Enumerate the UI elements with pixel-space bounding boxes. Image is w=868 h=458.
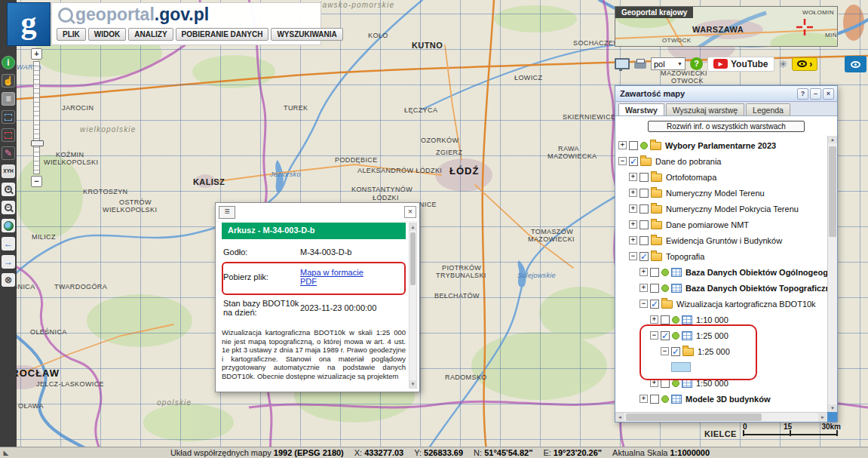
tab-wyszukaj-warstwę[interactable]: Wyszukaj warstwę	[666, 103, 744, 115]
layer-row[interactable]	[615, 359, 837, 375]
globe-tool[interactable]	[2, 219, 15, 232]
layer-checkbox[interactable]	[639, 252, 649, 261]
settings-asterisk-icon[interactable]: ✳	[779, 58, 788, 70]
close-session-tool[interactable]: ⊗	[2, 273, 15, 287]
expander-plus-icon[interactable]: +	[639, 395, 648, 403]
zoom-in-tool[interactable]: +	[2, 183, 15, 196]
contrast-button[interactable]: ›	[792, 57, 817, 71]
expander-minus-icon[interactable]: −	[661, 347, 669, 355]
expander-plus-icon[interactable]: +	[650, 315, 658, 324]
layer-checkbox[interactable]	[650, 395, 659, 404]
expander-plus-icon[interactable]: +	[650, 379, 658, 387]
zoom-in-button[interactable]: +	[31, 48, 42, 60]
panel-titlebar[interactable]: Zawartość mapy ? – ×	[615, 86, 837, 102]
select-red-tool[interactable]	[2, 128, 15, 142]
menu-button-analizy[interactable]: ANALIZY	[128, 28, 173, 41]
layer-row[interactable]: −Wizualizacja kartograficzna BDOT10k	[615, 296, 837, 312]
youtube-button[interactable]: ▶ YouTube	[707, 57, 774, 72]
layer-row[interactable]: +1:10 000	[615, 312, 837, 327]
expander-plus-icon[interactable]: +	[629, 204, 637, 213]
panel-close-button[interactable]: ×	[823, 88, 834, 100]
layer-row[interactable]: +Baza Danych Obiektów Topograficzn	[615, 280, 837, 296]
scroll-thumb[interactable]	[626, 413, 762, 421]
xyh-tool[interactable]: XYH	[2, 164, 15, 178]
scroll-right-icon[interactable]: ►	[818, 413, 827, 422]
panel-help-button[interactable]: ?	[797, 88, 808, 100]
popup-scrollbar[interactable]: ▲ ▼	[409, 223, 417, 389]
layer-checkbox[interactable]	[639, 173, 649, 182]
panel-resize-corner[interactable]	[827, 412, 837, 422]
zoom-handle[interactable]	[31, 140, 44, 146]
scroll-thumb[interactable]	[410, 232, 416, 285]
layer-row[interactable]: +1:50 000	[615, 375, 837, 391]
layer-checkbox[interactable]	[661, 315, 670, 324]
menu-button-plik[interactable]: PLIK	[57, 28, 86, 41]
scroll-thumb[interactable]	[829, 146, 836, 237]
popup-close-button[interactable]: ×	[404, 206, 416, 218]
layer-row[interactable]: +Baza Danych Obiektów Ogólnogeogr	[615, 264, 837, 280]
expander-plus-icon[interactable]: +	[629, 173, 637, 181]
layer-row[interactable]: +Numeryczny Model Terenu	[615, 185, 837, 201]
scroll-down-icon[interactable]: ▼	[828, 404, 837, 412]
scroll-left-icon[interactable]: ◄	[615, 413, 624, 422]
zoom-out-button[interactable]: −	[31, 176, 42, 187]
pan-tool[interactable]: ☝	[2, 74, 15, 88]
expander-plus-icon[interactable]: +	[639, 284, 648, 292]
history-back-tool[interactable]: ←	[2, 237, 15, 251]
panel-horizontal-scrollbar[interactable]: ◄ ►	[615, 412, 827, 422]
history-forward-tool[interactable]: →	[2, 255, 15, 269]
scroll-up-icon[interactable]: ▲	[828, 136, 837, 143]
layer-checkbox[interactable]	[639, 189, 649, 198]
panel-vertical-scrollbar[interactable]: ▲ ▼	[827, 136, 837, 412]
help-button[interactable]: ?	[690, 57, 703, 70]
expand-all-layers-button[interactable]: Rozwiń inf. o wszystkich warstwach	[648, 121, 805, 132]
tab-legenda[interactable]: Legenda	[746, 103, 790, 115]
zoom-out-tool[interactable]: −	[2, 201, 15, 214]
scroll-down-icon[interactable]: ▼	[409, 380, 416, 388]
layer-checkbox[interactable]	[639, 220, 649, 229]
layer-checkbox[interactable]	[671, 347, 680, 356]
scroll-up-icon[interactable]: ▲	[409, 223, 416, 231]
zoom-slider[interactable]: + −	[31, 48, 42, 187]
layer-checkbox[interactable]	[650, 268, 659, 277]
zoom-track[interactable]	[33, 61, 40, 174]
expander-plus-icon[interactable]: +	[618, 141, 627, 149]
expander-minus-icon[interactable]: −	[629, 252, 637, 260]
expander-plus-icon[interactable]: +	[639, 268, 648, 276]
language-select[interactable]: pol ▼	[651, 57, 686, 70]
expander-plus-icon[interactable]: +	[629, 236, 637, 244]
download-pdf-link[interactable]: Mapa w formacie PDF	[300, 268, 376, 286]
layer-checkbox[interactable]	[639, 236, 649, 245]
layer-row[interactable]: +Modele 3D budynków	[615, 391, 837, 407]
panel-minimize-button[interactable]: –	[810, 88, 821, 100]
layers-list-tool[interactable]: ≡	[2, 92, 15, 106]
screen-icon[interactable]	[615, 58, 630, 69]
menu-button-widok[interactable]: WIDOK	[88, 28, 126, 41]
layer-row[interactable]: +Dane pomiarowe NMT	[615, 217, 837, 232]
layer-row[interactable]: +Ortofotomapa	[615, 169, 837, 185]
expander-plus-icon[interactable]: +	[629, 189, 637, 197]
expander-minus-icon[interactable]: −	[639, 300, 648, 308]
info-tool[interactable]: i	[2, 56, 15, 69]
select-area-tool[interactable]	[2, 110, 15, 124]
layer-row[interactable]: +Numeryczny Model Pokrycia Terenu	[615, 201, 837, 217]
layer-checkbox[interactable]	[650, 284, 659, 293]
layer-row[interactable]: −1:25 000	[615, 327, 837, 343]
measure-tool[interactable]: ✎	[2, 146, 15, 160]
expander-minus-icon[interactable]: −	[650, 331, 658, 340]
layer-checkbox[interactable]	[629, 141, 638, 150]
expander-plus-icon[interactable]: +	[629, 220, 637, 229]
layer-checkbox[interactable]	[661, 379, 670, 388]
layer-row[interactable]: −Dane do pobrania	[615, 153, 837, 169]
menu-button-pobieranie-danych[interactable]: POBIERANIE DANYCH	[176, 28, 269, 41]
print-icon[interactable]	[634, 61, 646, 69]
layer-row[interactable]: +Ewidencja Gruntów i Budynków	[615, 232, 837, 248]
layer-checkbox[interactable]	[629, 157, 638, 166]
popup-menu-icon[interactable]: ≡	[219, 206, 235, 219]
collapse-corner-icon[interactable]: ◣	[0, 449, 12, 456]
expander-minus-icon[interactable]: −	[618, 157, 627, 165]
layer-checkbox[interactable]	[650, 300, 659, 309]
layer-row[interactable]: +Wybory Parlamentarne 2023	[615, 137, 837, 153]
tab-warstwy[interactable]: Warstwy	[618, 103, 664, 115]
geoportal-logo[interactable]: g	[7, 2, 51, 46]
